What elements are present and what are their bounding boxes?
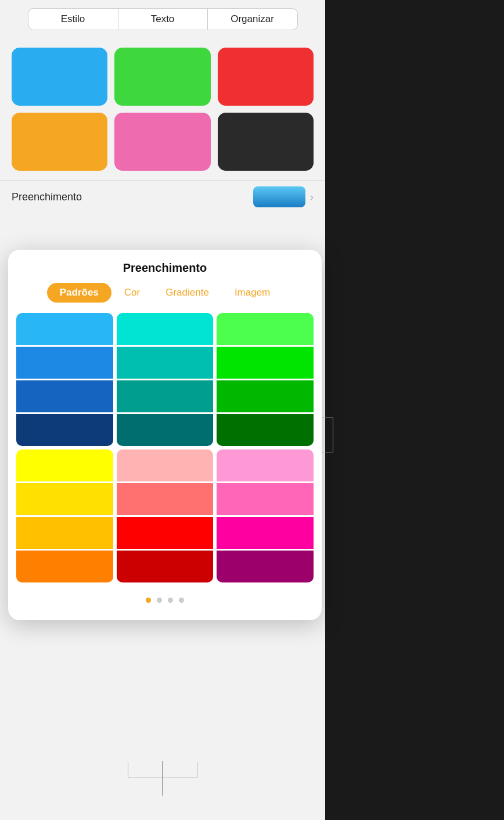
- color-cell[interactable]: [217, 551, 314, 582]
- popup-tab-imagem[interactable]: Imagem: [222, 283, 283, 303]
- color-group-green: [217, 313, 314, 446]
- color-cell[interactable]: [117, 551, 214, 582]
- color-cell[interactable]: [117, 414, 214, 446]
- tab-organizar[interactable]: Organizar: [208, 8, 298, 30]
- color-cell[interactable]: [16, 517, 113, 549]
- page-dot-3[interactable]: [168, 598, 173, 603]
- color-cell[interactable]: [217, 414, 314, 446]
- top-swatch-blue[interactable]: [12, 48, 107, 106]
- preenchimento-row[interactable]: Preenchimento ›: [0, 180, 325, 213]
- bottom-line: [162, 761, 163, 796]
- color-grid: [8, 313, 322, 591]
- color-cell[interactable]: [217, 313, 314, 345]
- tab-estilo[interactable]: Estilo: [28, 8, 118, 30]
- popup-tab-gradiente[interactable]: Gradiente: [153, 283, 222, 303]
- color-cell[interactable]: [117, 483, 214, 515]
- color-cell[interactable]: [117, 449, 214, 481]
- color-group-blue: [16, 313, 113, 446]
- color-cell[interactable]: [217, 517, 314, 549]
- color-cell[interactable]: [217, 449, 314, 481]
- color-cell[interactable]: [117, 347, 214, 379]
- page-dot-4[interactable]: [179, 598, 184, 603]
- color-group-yellow: [16, 449, 113, 582]
- top-swatch-red[interactable]: [218, 48, 314, 106]
- top-swatch-pink[interactable]: [114, 113, 210, 171]
- color-cell[interactable]: [117, 380, 214, 412]
- color-cell[interactable]: [16, 313, 113, 345]
- top-swatch-green[interactable]: [114, 48, 210, 106]
- chevron-right-icon: ›: [310, 191, 314, 203]
- top-swatch-orange[interactable]: [12, 113, 107, 171]
- tab-bar: Estilo Texto Organizar: [0, 0, 325, 38]
- preenchimento-label: Preenchimento: [12, 191, 253, 203]
- color-cell[interactable]: [117, 313, 214, 345]
- color-cell[interactable]: [16, 483, 113, 515]
- main-panel: Estilo Texto Organizar Preenchimento › P…: [0, 0, 325, 820]
- color-cell[interactable]: [217, 483, 314, 515]
- popup-title: Preenchimento: [8, 250, 322, 283]
- color-group-red: [117, 449, 214, 582]
- color-cell[interactable]: [217, 380, 314, 412]
- color-cell[interactable]: [16, 347, 113, 379]
- top-swatches-grid: [0, 38, 325, 180]
- color-cell[interactable]: [217, 347, 314, 379]
- right-bracket-connector: [322, 418, 333, 452]
- color-cell[interactable]: [16, 414, 113, 446]
- page-dots: [8, 591, 322, 606]
- color-cell[interactable]: [117, 517, 214, 549]
- tab-texto[interactable]: Texto: [118, 8, 208, 30]
- page-dot-1[interactable]: [146, 598, 151, 603]
- color-group-cyan: [117, 313, 214, 446]
- color-cell[interactable]: [16, 449, 113, 481]
- color-cell[interactable]: [16, 380, 113, 412]
- popup-preenchimento: Preenchimento Padrões Cor Gradiente Imag…: [8, 250, 322, 620]
- popup-tabs: Padrões Cor Gradiente Imagem: [8, 283, 322, 313]
- preenchimento-swatch: [253, 186, 305, 207]
- popup-tab-padroes[interactable]: Padrões: [47, 283, 111, 303]
- color-cell[interactable]: [16, 551, 113, 582]
- color-group-pink: [217, 449, 314, 582]
- top-swatch-black[interactable]: [218, 113, 314, 171]
- popup-tab-cor[interactable]: Cor: [111, 283, 153, 303]
- page-dot-2[interactable]: [157, 598, 162, 603]
